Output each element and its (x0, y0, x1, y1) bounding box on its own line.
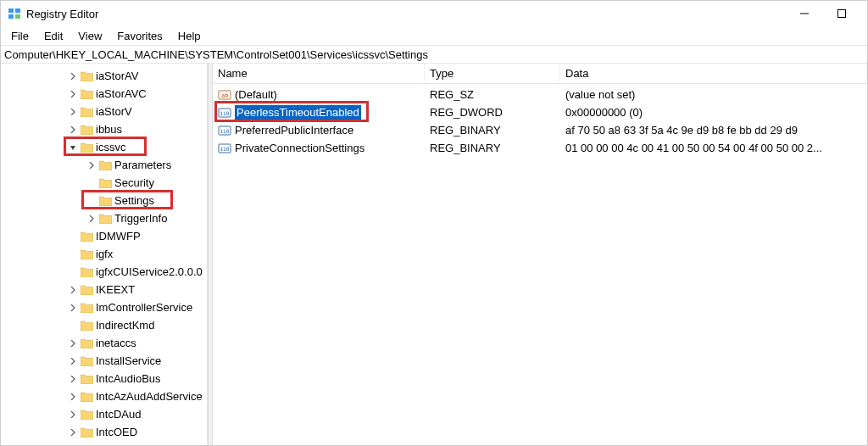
tree-item-inetaccs[interactable]: inetaccs (1, 334, 207, 352)
tree-item-label: iaStorAVC (94, 87, 148, 100)
twisty-icon[interactable] (67, 126, 79, 133)
menubar: File Edit View Favorites Help (1, 26, 867, 45)
svg-text:110: 110 (220, 110, 230, 116)
tree-item-label: InstallService (94, 354, 163, 367)
value-data: 01 00 00 00 4c 00 41 00 50 00 54 00 4f 0… (560, 142, 867, 154)
value-row[interactable]: 110PreferredPublicInterfaceREG_BINARYaf … (213, 121, 867, 139)
tree-item-label: Settings (113, 194, 156, 207)
tree-item-settings[interactable]: Settings (1, 192, 207, 209)
folder-icon (97, 196, 113, 206)
twisty-icon[interactable] (67, 376, 79, 382)
tree-item-intcoed[interactable]: IntcOED (1, 423, 207, 441)
tree-item-intcaudiobus[interactable]: IntcAudioBus (1, 370, 207, 387)
folder-icon (79, 321, 94, 331)
value-row[interactable]: ab(Default)REG_SZ(value not set) (213, 86, 867, 103)
value-type: REG_BINARY (425, 124, 560, 137)
twisty-icon[interactable] (67, 340, 79, 347)
menu-edit[interactable]: Edit (37, 28, 70, 44)
folder-icon (79, 89, 94, 99)
tree-item-label: IntcAudioBus (94, 372, 163, 385)
tree-item-label: IntcDAud (94, 408, 142, 421)
value-data: 0x00000000 (0) (560, 106, 867, 119)
list-body[interactable]: ab(Default)REG_SZ(value not set)110Peerl… (213, 84, 867, 445)
tree-item-label: Security (113, 176, 156, 189)
tree-item-indirectkmd[interactable]: IndirectKmd (1, 316, 207, 334)
binary-value-icon: 110 (218, 124, 231, 137)
twisty-icon[interactable] (67, 144, 79, 151)
tree-item-igfx[interactable]: igfx (1, 245, 207, 263)
menu-help[interactable]: Help (171, 28, 208, 44)
tree-item-iastoravc[interactable]: iaStorAVC (1, 85, 207, 103)
folder-icon (79, 303, 94, 313)
tree-item-parameters[interactable]: Parameters (1, 156, 207, 174)
twisty-icon[interactable] (67, 109, 79, 115)
tree-item-label: IKEEXT (94, 283, 136, 296)
folder-icon (79, 231, 94, 242)
tree-item-idmwfp[interactable]: IDMWFP (1, 227, 207, 245)
folder-icon (97, 178, 113, 188)
tree-item-intcdaud[interactable]: IntcDAud (1, 405, 207, 423)
value-data: (value not set) (560, 88, 867, 101)
folder-icon (79, 374, 94, 384)
tree-panel[interactable]: iaStorAViaStorAVCiaStorVibbusicssvcParam… (1, 64, 208, 445)
twisty-icon[interactable] (86, 215, 97, 222)
menu-view[interactable]: View (71, 28, 108, 44)
folder-icon (79, 249, 94, 259)
twisty-icon[interactable] (67, 73, 79, 80)
tree-item-igfxcuiservice2-0-0-0[interactable]: igfxCUIService2.0.0.0 (1, 263, 207, 281)
value-row[interactable]: 110PeerlessTimeoutEnabledREG_DWORD0x0000… (213, 103, 867, 121)
list-header: Name Type Data (213, 64, 867, 84)
folder-icon (79, 71, 94, 81)
content: iaStorAViaStorAVCiaStorVibbusicssvcParam… (1, 64, 867, 445)
twisty-icon[interactable] (67, 393, 79, 400)
tree-item-label: IntcOED (94, 426, 139, 438)
twisty-icon[interactable] (67, 358, 79, 365)
column-header-data[interactable]: Data (560, 64, 867, 83)
column-header-name[interactable]: Name (213, 64, 425, 83)
tree-item-icssvc[interactable]: icssvc (1, 138, 207, 156)
address-bar[interactable]: Computer\HKEY_LOCAL_MACHINE\SYSTEM\Contr… (1, 45, 867, 64)
value-type: REG_BINARY (425, 142, 560, 154)
twisty-icon[interactable] (86, 162, 97, 169)
svg-text:110: 110 (220, 146, 230, 152)
twisty-icon[interactable] (67, 411, 79, 418)
value-type: REG_DWORD (425, 106, 560, 119)
menu-file[interactable]: File (4, 28, 36, 44)
minimize-button[interactable] (786, 1, 823, 26)
twisty-icon[interactable] (67, 91, 79, 98)
values-panel: Name Type Data ab(Default)REG_SZ(value n… (213, 64, 867, 445)
twisty-icon[interactable] (67, 429, 79, 436)
value-data: af 70 50 a8 63 3f 5a 4c 9e d9 b8 fe bb d… (560, 124, 867, 137)
app-icon (8, 7, 21, 20)
folder-icon (97, 160, 113, 170)
column-header-type[interactable]: Type (425, 64, 560, 83)
folder-icon (79, 427, 94, 438)
maximize-button[interactable] (823, 1, 860, 26)
folder-icon (79, 142, 94, 153)
tree-item-label: icssvc (94, 141, 127, 153)
tree-item-iastorav[interactable]: iaStorAV (1, 67, 207, 85)
menu-favorites[interactable]: Favorites (110, 28, 169, 44)
folder-icon (79, 392, 94, 402)
value-name: PrivateConnectionSettings (235, 142, 364, 154)
value-row[interactable]: 110PrivateConnectionSettingsREG_BINARY01… (213, 139, 867, 157)
tree-item-security[interactable]: Security (1, 174, 207, 192)
tree-item-label: igfx (94, 248, 114, 260)
tree-item-installservice[interactable]: InstallService (1, 352, 207, 370)
tree-item-ikeext[interactable]: IKEEXT (1, 281, 207, 298)
twisty-icon[interactable] (67, 304, 79, 311)
tree-item-intcazaudaddservice[interactable]: IntcAzAudAddService (1, 387, 207, 405)
value-type: REG_SZ (425, 88, 560, 101)
svg-rect-5 (838, 10, 846, 18)
titlebar: Registry Editor (1, 1, 867, 26)
tree-item-label: inetaccs (94, 337, 138, 349)
twisty-icon[interactable] (67, 287, 79, 293)
tree-item-label: IndirectKmd (94, 319, 156, 332)
svg-text:ab: ab (221, 92, 228, 99)
tree-item-imcontrollerservice[interactable]: ImControllerService (1, 298, 207, 316)
tree-item-ibbus[interactable]: ibbus (1, 120, 207, 138)
svg-rect-3 (15, 14, 20, 19)
tree-item-label: TriggerInfo (113, 212, 169, 225)
tree-item-triggerinfo[interactable]: TriggerInfo (1, 209, 207, 227)
tree-item-iastorv[interactable]: iaStorV (1, 103, 207, 120)
